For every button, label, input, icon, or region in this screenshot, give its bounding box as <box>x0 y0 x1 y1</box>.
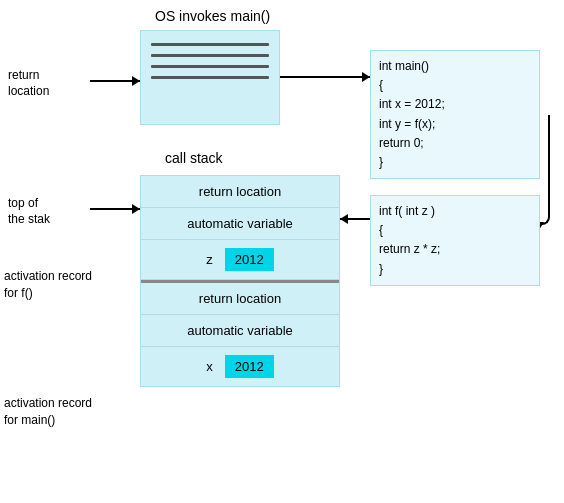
arrow-cs-to-f <box>340 218 370 220</box>
arrow-right-curve <box>540 115 550 225</box>
f-code-line-4: } <box>379 260 531 279</box>
code-line-1: int main() <box>379 57 531 76</box>
code-box-f: int f( int z ) { return z * z; } <box>370 195 540 286</box>
stack-line-1 <box>151 43 269 46</box>
cs-return-location-f: return location <box>141 176 339 208</box>
code-line-6: } <box>379 153 531 172</box>
cs-row-x: x 2012 <box>141 347 339 386</box>
cs-var-x-label: x <box>206 359 213 374</box>
diagram: OS invokes main() returnlocation int mai… <box>0 0 564 503</box>
f-code-line-2: { <box>379 221 531 240</box>
stack-line-4 <box>151 76 269 79</box>
label-activation-main: activation recordfor main() <box>4 395 92 429</box>
f-code-line-1: int f( int z ) <box>379 202 531 221</box>
code-line-3: int x = 2012; <box>379 95 531 114</box>
stack-line-3 <box>151 65 269 68</box>
memory-box-top <box>140 30 280 125</box>
cs-value-z: 2012 <box>225 248 274 271</box>
arrow-stack-to-code <box>280 76 370 78</box>
cs-value-x: 2012 <box>225 355 274 378</box>
label-top-of-stack: top ofthe stak <box>8 196 50 227</box>
label-activation-f: activation recordfor f() <box>4 268 92 302</box>
cs-automatic-var-f: automatic variable <box>141 208 339 240</box>
arrow-return-top <box>90 80 140 82</box>
arrow-top-of-stack <box>90 208 140 210</box>
os-title: OS invokes main() <box>155 8 270 24</box>
code-line-5: return 0; <box>379 134 531 153</box>
call-stack-container: return location automatic variable z 201… <box>140 175 340 387</box>
cs-return-location-main: return location <box>141 283 339 315</box>
cs-row-z: z 2012 <box>141 240 339 280</box>
call-stack-label: call stack <box>165 150 223 166</box>
code-line-2: { <box>379 76 531 95</box>
code-box-main: int main() { int x = 2012; int y = f(x);… <box>370 50 540 179</box>
code-line-4: int y = f(x); <box>379 115 531 134</box>
stack-line-2 <box>151 54 269 57</box>
f-code-line-3: return z * z; <box>379 240 531 259</box>
cs-var-z-label: z <box>206 252 213 267</box>
label-return-location-top: returnlocation <box>8 68 49 99</box>
cs-automatic-var-main: automatic variable <box>141 315 339 347</box>
